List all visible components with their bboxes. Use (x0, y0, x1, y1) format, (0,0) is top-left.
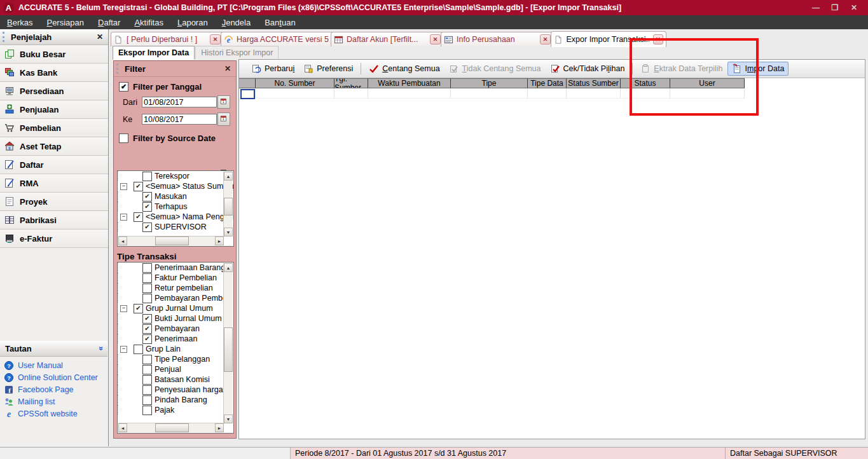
tab-close-icon[interactable]: ✕ (430, 34, 441, 45)
sidebar-item-kas-bank[interactable]: Kas Bank (0, 64, 108, 82)
tree-checkbox[interactable] (142, 365, 152, 374)
sidebar-item-proyek[interactable]: Proyek (0, 193, 108, 211)
ke-date-input[interactable] (142, 114, 217, 125)
cek-tidak-pilihan-button[interactable]: Cek/Tidak Pilihan (546, 62, 630, 76)
minimize-icon[interactable]: — (811, 3, 821, 12)
tree-item-tipe-pelanggan[interactable]: Tipe Pelanggan (118, 354, 233, 364)
sidebar-item-pembelian[interactable]: Pembelian (0, 119, 108, 137)
tree-item-pindah-barang[interactable]: Pindah Barang (118, 395, 233, 405)
tab-harga-accurate-versi-5-n[interactable]: eHarga ACCURATE versi 5 n... (221, 32, 334, 46)
tree-item-pembayaran-pembe[interactable]: Pembayaran Pembe (118, 293, 233, 303)
tree-checkbox[interactable] (142, 294, 152, 303)
table-cell[interactable] (451, 88, 528, 99)
subtab-ekspor-impor-data[interactable]: Ekspor Impor Data (113, 46, 195, 60)
calendar-icon[interactable]: 1 (217, 95, 230, 109)
link-online-solution-center[interactable]: ?Online Solution Center (0, 371, 107, 383)
tree-item-bukti-jurnal-umum[interactable]: ✔Bukti Jurnal Umum (118, 313, 233, 324)
tree-checkbox[interactable]: ✔ (134, 212, 143, 222)
tree-checkbox[interactable] (142, 375, 152, 385)
tree-item-penjual[interactable]: Penjual (118, 364, 233, 374)
table-cell[interactable] (567, 88, 621, 99)
column-header-selector[interactable] (239, 78, 256, 88)
sidebar-item-buku-besar[interactable]: Buku Besar (0, 45, 108, 64)
centang-semua-button[interactable]: Centang Semua (364, 62, 444, 76)
tree-expander-icon[interactable]: − (120, 346, 127, 353)
tree-checkbox[interactable]: ✔ (142, 324, 152, 334)
tree-item-pajak[interactable]: Pajak (118, 405, 233, 415)
tree-item-penyesuaian-harga[interactable]: Penyesuaian harga (118, 385, 233, 395)
link-cpssoft-website[interactable]: eCPSSoft website (0, 408, 107, 420)
restore-icon[interactable]: ❐ (830, 3, 840, 12)
column-header-no-sumber[interactable]: No. Sumber (256, 78, 334, 88)
link-mailing-list[interactable]: Mailing list (0, 395, 107, 408)
tree-checkbox[interactable] (142, 273, 152, 283)
sidebar-item-daftar[interactable]: Daftar (0, 156, 108, 174)
column-header-tipe[interactable]: Tipe (451, 78, 528, 88)
tree-item-penerimaan-barang[interactable]: Penerimaan Barang (118, 263, 233, 273)
table-cell[interactable] (334, 88, 368, 99)
tree-item-retur-pembelian[interactable]: Retur pembelian (118, 283, 233, 293)
menu-berkas[interactable]: Berkas (0, 15, 39, 29)
grip-handle-icon[interactable] (3, 32, 7, 42)
filter-per-tanggal-checkbox[interactable]: ✔ (119, 82, 128, 92)
tree-checkbox[interactable] (142, 395, 152, 405)
sidebar-item-persediaan[interactable]: Persediaan (0, 82, 108, 100)
menu-persiapan[interactable]: Persiapan (39, 15, 91, 29)
tab-close-icon[interactable]: ✕ (540, 34, 551, 45)
menu-daftar[interactable]: Daftar (91, 15, 127, 29)
table-cell[interactable] (239, 88, 256, 99)
chevron-collapse-icon[interactable]: » (97, 346, 106, 351)
table-cell[interactable] (528, 88, 567, 99)
tab-close-icon[interactable]: ✕ (210, 34, 221, 45)
link-user-manual[interactable]: ?User Manual (0, 359, 107, 371)
sidebar-close-icon[interactable]: ✕ (97, 32, 103, 41)
tree-item-supervisor[interactable]: ✔SUPERVISOR (118, 222, 233, 232)
close-icon[interactable]: ✕ (849, 3, 859, 12)
calendar-icon[interactable]: 1 (217, 113, 230, 126)
table-cell[interactable] (256, 88, 334, 99)
tree-checkbox[interactable]: ✔ (134, 182, 143, 191)
tree-item-penerimaan[interactable]: ✔Penerimaan (118, 334, 233, 344)
sidebar-item-aset-tetap[interactable]: Aset Tetap (0, 137, 108, 156)
tree-checkbox[interactable] (142, 172, 152, 181)
tree-checkbox[interactable] (134, 345, 143, 354)
tree-item-pembayaran[interactable]: ✔Pembayaran (118, 324, 233, 334)
tree-checkbox[interactable]: ✔ (142, 334, 152, 344)
sidebar-item-rma[interactable]: RMA (0, 174, 108, 193)
menu-aktifitas[interactable]: Aktifitas (127, 15, 170, 29)
menu-jendela[interactable]: Jendela (215, 15, 258, 29)
horizontal-scrollbar[interactable]: ◄► (118, 423, 224, 432)
tree-expander-icon[interactable]: − (120, 305, 127, 312)
subtab-histori-ekspor-impor[interactable]: Histori Ekspor Impor (195, 46, 279, 59)
row-selector-cell[interactable] (240, 89, 255, 99)
filter-source-date-checkbox[interactable] (119, 134, 128, 143)
sidebar-item-penjualan[interactable]: Penjualan (0, 100, 108, 119)
column-header-status-sumber[interactable]: Status Sumber (567, 78, 621, 88)
tree-checkbox[interactable] (142, 385, 152, 395)
column-header-tipe-data[interactable]: Tipe Data (528, 78, 567, 88)
vertical-scrollbar[interactable]: ▲▼ (223, 172, 233, 236)
tree-checkbox[interactable]: ✔ (134, 304, 143, 313)
preferensi-button[interactable]: Preferensi (299, 62, 357, 76)
table-cell[interactable] (368, 88, 451, 99)
tab-perlu-diperbarui[interactable]: [ Perlu Diperbarui ! ]✕ (111, 32, 224, 46)
tree-item-terekspor[interactable]: Terekspor (118, 171, 233, 181)
tree-item-faktur-pembelian[interactable]: Faktur Pembelian (118, 273, 233, 283)
dari-date-input[interactable] (142, 97, 217, 107)
tree-expander-icon[interactable]: − (120, 183, 127, 190)
sidebar-item-pabrikasi[interactable]: Pabrikasi (0, 211, 108, 230)
tree-item-semua-nama-pengguna[interactable]: −✔<Semua> Nama Pengguna (118, 212, 233, 222)
vertical-scrollbar[interactable]: ▲▼ (223, 263, 233, 423)
tidak-centang-semua-button[interactable]: Tidak Centang Semua (444, 62, 546, 76)
tree-checkbox[interactable]: ✔ (142, 223, 152, 232)
tab-info-perusahaan[interactable]: Info Perusahaan✕ (441, 32, 554, 46)
tree-item-terhapus[interactable]: ✔Terhapus (118, 202, 233, 212)
perbarui-button[interactable]: Perbarui (247, 62, 299, 76)
tree-item-grup-jurnal-umum[interactable]: −✔Grup Jurnal Umum (118, 303, 233, 313)
horizontal-scrollbar[interactable]: ◄► (118, 236, 224, 245)
tab-daftar-akun-terfilt[interactable]: Daftar Akun [Terfilt...✕ (331, 32, 444, 46)
tree-checkbox[interactable] (142, 406, 152, 415)
sidebar-item-e-faktur[interactable]: e-Faktur (0, 230, 108, 248)
grip-handle-icon[interactable] (116, 64, 121, 74)
menu-bantuan[interactable]: Bantuan (258, 15, 302, 29)
